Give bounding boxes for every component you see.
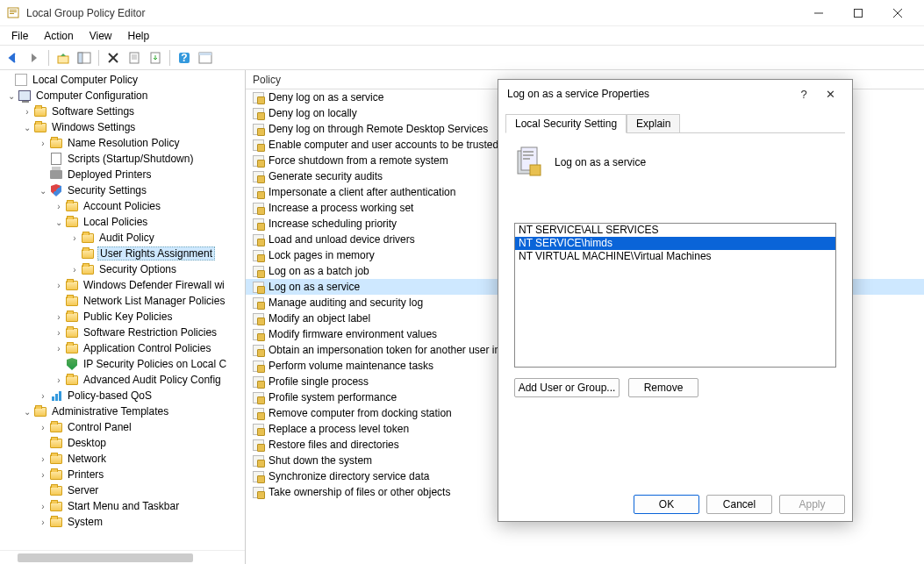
user-entry[interactable]: NT VIRTUAL MACHINE\Virtual Machines [515, 250, 835, 263]
back-button[interactable] [4, 48, 23, 68]
help-button[interactable]: ? [175, 48, 194, 68]
maximize-button[interactable] [838, 0, 877, 26]
ok-button[interactable]: OK [634, 495, 699, 514]
collapse-icon[interactable]: ⌄ [21, 407, 33, 417]
tree-scroll[interactable]: Local Computer Policy ⌄Computer Configur… [0, 70, 245, 550]
tree-security-settings[interactable]: ⌄Security Settings [0, 182, 245, 198]
expand-icon[interactable]: › [53, 328, 65, 338]
cancel-button[interactable]: Cancel [706, 495, 772, 514]
computer-icon [18, 89, 32, 103]
expand-icon[interactable]: › [53, 344, 65, 353]
up-button[interactable] [54, 48, 73, 68]
tree-desktop[interactable]: Desktop [0, 435, 245, 451]
tree-application-control[interactable]: ›Application Control Policies [0, 340, 245, 356]
tree-account-policies[interactable]: ›Account Policies [0, 198, 245, 214]
tree-printers[interactable]: ›Printers [0, 467, 245, 482]
window-title: Local Group Policy Editor [26, 7, 799, 19]
menubar: File Action View Help [0, 26, 924, 46]
folder-icon [65, 199, 79, 213]
menu-help[interactable]: Help [120, 28, 158, 44]
tree-name-resolution[interactable]: ›Name Resolution Policy [0, 135, 245, 151]
tree-horizontal-scrollbar[interactable] [0, 550, 245, 564]
tree-audit-policy[interactable]: ›Audit Policy [0, 230, 245, 246]
close-button[interactable] [877, 0, 917, 26]
tree-label: Windows Settings [50, 121, 137, 133]
expand-icon[interactable]: › [37, 502, 49, 511]
expand-icon[interactable]: › [21, 107, 33, 117]
tree-computer-config[interactable]: ⌄Computer Configuration [0, 88, 245, 104]
expand-icon[interactable]: › [37, 518, 49, 527]
user-entry[interactable]: NT SERVICE\himds [515, 237, 835, 250]
expand-icon[interactable]: › [37, 454, 49, 464]
tree-admin-templates[interactable]: ⌄Administrative Templates [0, 403, 245, 419]
users-listbox[interactable]: NT SERVICE\ALL SERVICESNT SERVICE\himdsN… [514, 223, 836, 368]
tree-software-restriction[interactable]: ›Software Restriction Policies [0, 325, 245, 340]
tree-label: Start Menu and Taskbar [66, 500, 181, 512]
expand-icon[interactable]: › [53, 312, 65, 322]
expand-icon[interactable]: › [53, 375, 65, 385]
policy-label: Modify firmware environment values [269, 328, 437, 340]
svg-rect-0 [8, 8, 18, 18]
tree-label: Deployed Printers [66, 168, 153, 181]
dialog-close-button[interactable]: ✕ [817, 88, 843, 101]
menu-action[interactable]: Action [36, 28, 81, 44]
tree-start-menu[interactable]: ›Start Menu and Taskbar [0, 498, 245, 514]
tab-local-security-setting[interactable]: Local Security Setting [505, 114, 627, 133]
tree-control-panel[interactable]: ›Control Panel [0, 419, 245, 435]
tree-ip-security[interactable]: IP Security Policies on Local C [0, 356, 245, 372]
tree-deployed-printers[interactable]: Deployed Printers [0, 167, 245, 182]
tree-policy-qos[interactable]: ›Policy-based QoS [0, 388, 245, 403]
tree-local-policies[interactable]: ⌄Local Policies [0, 214, 245, 230]
export-button[interactable] [146, 48, 165, 68]
folder-icon [65, 341, 79, 355]
tree-scripts[interactable]: Scripts (Startup/Shutdown) [0, 151, 245, 167]
collapse-icon[interactable]: ⌄ [37, 186, 49, 196]
policy-icon [251, 485, 265, 499]
minimize-button[interactable] [799, 0, 838, 26]
tree-network-list-manager[interactable]: Network List Manager Policies [0, 293, 245, 309]
user-entry[interactable]: NT SERVICE\ALL SERVICES [515, 224, 835, 237]
expand-icon[interactable]: › [37, 391, 49, 401]
tree-advanced-audit[interactable]: ›Advanced Audit Policy Config [0, 372, 245, 388]
tree-server[interactable]: Server [0, 482, 245, 498]
delete-button[interactable] [104, 48, 123, 68]
tree-software-settings[interactable]: ›Software Settings [0, 104, 245, 119]
expand-icon[interactable]: › [68, 233, 81, 243]
collapse-icon[interactable]: ⌄ [21, 123, 33, 132]
expand-icon[interactable]: › [37, 139, 49, 148]
add-user-button[interactable]: Add User or Group... [514, 378, 620, 397]
tree-windows-settings[interactable]: ⌄Windows Settings [0, 119, 245, 135]
tree-security-options[interactable]: ›Security Options [0, 261, 245, 277]
dialog-help-button[interactable]: ? [791, 88, 817, 101]
collapse-icon[interactable]: ⌄ [53, 218, 65, 227]
tree-root[interactable]: Local Computer Policy [0, 72, 245, 88]
show-hide-button[interactable] [75, 48, 94, 68]
tree-user-rights-assignment[interactable]: User Rights Assignment [0, 246, 245, 261]
folder-icon [49, 420, 63, 434]
tree-label: Printers [66, 468, 105, 481]
expand-icon[interactable]: › [37, 423, 49, 432]
scrollbar-thumb[interactable] [18, 553, 193, 562]
expand-icon[interactable]: › [37, 470, 49, 480]
menu-file[interactable]: File [4, 28, 36, 44]
remove-button[interactable]: Remove [628, 378, 698, 397]
filter-button[interactable] [196, 48, 215, 68]
menu-view[interactable]: View [82, 28, 120, 44]
properties-button[interactable] [125, 48, 144, 68]
tree-public-key-policies[interactable]: ›Public Key Policies [0, 309, 245, 325]
tree-network[interactable]: ›Network [0, 451, 245, 467]
expand-icon[interactable]: › [53, 202, 65, 211]
tree-windows-defender-firewall[interactable]: ›Windows Defender Firewall wi [0, 277, 245, 293]
apply-button[interactable]: Apply [779, 495, 845, 514]
tree-system[interactable]: ›System [0, 514, 245, 530]
tree-label: Public Key Policies [82, 311, 174, 323]
policy-icon [251, 90, 265, 104]
policy-label: Manage auditing and security log [269, 296, 423, 309]
expand-icon[interactable]: › [68, 265, 81, 275]
expand-icon[interactable]: › [53, 281, 65, 290]
tab-explain[interactable]: Explain [627, 114, 680, 133]
policy-label: Generate security audits [269, 170, 383, 182]
tree-label: Account Policies [82, 200, 162, 212]
forward-button[interactable] [25, 48, 44, 68]
collapse-icon[interactable]: ⌄ [5, 91, 18, 101]
